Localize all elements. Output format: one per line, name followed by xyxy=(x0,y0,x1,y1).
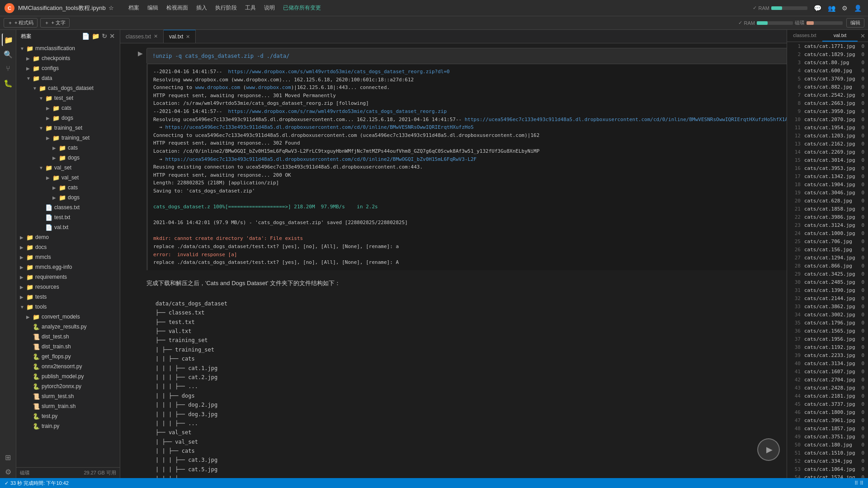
expand-arrow: ▶ xyxy=(46,106,52,111)
sidebar-item-mmcls[interactable]: ▶ 📁 mmcls xyxy=(16,252,120,262)
url-link-7[interactable]: https://ucea5496ec7c133e493c911d48a5.dl.… xyxy=(165,156,477,162)
tab-classes-txt[interactable]: classes.txt ✕ xyxy=(120,30,164,43)
menu-edit[interactable]: 编辑 xyxy=(144,2,162,14)
sidebar-item-val-inner[interactable]: ▶ 📁 val_set xyxy=(16,173,120,183)
collapse-icon[interactable]: ✕ xyxy=(109,33,115,40)
sidebar-item-val-cats[interactable]: ▶ 📁 cats xyxy=(16,183,120,192)
sidebar-item-training_set[interactable]: ▼ 📁 training_set xyxy=(16,123,120,133)
tab-classes-right[interactable]: classes.txt xyxy=(787,30,822,42)
menu-file[interactable]: 档案 xyxy=(125,2,143,14)
url-link-6[interactable]: https://ucea5496ec7c133e493c911d48a5.dl.… xyxy=(165,124,474,130)
menu-tools[interactable]: 工具 xyxy=(241,2,259,14)
sidebar-item-pytorch2onnx[interactable]: ▶ 🐍 pytorch2onnx.py xyxy=(16,381,120,391)
sidebar-item-tests[interactable]: ▶ 📁 tests xyxy=(16,292,120,302)
sidebar-item-tools[interactable]: ▼ 📁 tools xyxy=(16,302,120,312)
url-link-4[interactable]: https://www.dropbox.com/s/raw/wml49vrtdo… xyxy=(228,108,447,114)
sidebar-item-val-dogs[interactable]: ▶ 📁 dogs xyxy=(16,192,120,202)
sidebar-item-slurm_train[interactable]: ▶ 📜 slurm_train.sh xyxy=(16,401,120,411)
sidebar-item-get_flops[interactable]: ▶ 🐍 get_flops.py xyxy=(16,352,120,361)
tab-close-classes[interactable]: ✕ xyxy=(154,33,158,39)
url-link-5[interactable]: https://ucea5496ec7c133e493c911d48a5.dl.… xyxy=(465,117,787,122)
add-text-button[interactable]: ＋ + 文字 xyxy=(40,18,69,28)
sidebar-item-convert_models[interactable]: ▶ 📁 convert_models xyxy=(16,312,120,322)
run-button[interactable]: ▶ xyxy=(138,50,143,57)
activity-files[interactable]: 📁 xyxy=(2,33,14,46)
tree-line: ├── val_set xyxy=(156,428,787,437)
sidebar-item-data[interactable]: ▼ 📁 data xyxy=(16,73,120,83)
sidebar-item-demo[interactable]: ▶ 📁 demo xyxy=(16,232,120,242)
add-code-button[interactable]: ＋ + 程式码 xyxy=(4,18,38,28)
sidebar-item-requirements[interactable]: ▶ 📁 requirements xyxy=(16,272,120,282)
sidebar-item-train-py[interactable]: ▶ 🐍 train.py xyxy=(16,421,120,431)
sidebar-item-val_set[interactable]: ▼ 📁 val_set xyxy=(16,163,120,173)
sidebar-item-slurm_test[interactable]: ▶ 📜 slurm_test.sh xyxy=(16,391,120,401)
sidebar-item-mmclassification[interactable]: ▼ 📁 mmclassification xyxy=(16,43,120,53)
check-icon: ✓ xyxy=(5,480,9,486)
sidebar-header: 档案 📄 📁 ↻ ✕ xyxy=(16,30,120,42)
sidebar-item-train-cats[interactable]: ▶ 📁 cats xyxy=(16,143,120,153)
star-icon[interactable]: ☆ xyxy=(108,5,114,11)
close-right-panel[interactable]: ✕ xyxy=(858,31,868,41)
line-number: 37 xyxy=(791,336,801,342)
line-number: 35 xyxy=(791,320,801,326)
folder-label: mmcls xyxy=(35,254,51,260)
sidebar-item-dist_test[interactable]: ▶ 📜 dist_test.sh xyxy=(16,332,120,342)
activity-search[interactable]: 🔍 xyxy=(2,48,14,61)
folder-icon: 📁 xyxy=(33,75,40,82)
menu-runtime[interactable]: 执行阶段 xyxy=(212,2,241,14)
share-icon[interactable]: 👥 xyxy=(826,4,837,13)
menu-insert[interactable]: 插入 xyxy=(193,2,211,14)
account-icon[interactable]: 👤 xyxy=(852,4,863,13)
sh-icon: 📜 xyxy=(33,393,40,400)
edit-button[interactable]: 编辑 xyxy=(846,18,864,28)
file-row: 32 cats/cat.2144.jpg 0 xyxy=(787,294,868,302)
activity-git[interactable]: ⑂ xyxy=(2,62,14,75)
menu-view[interactable]: 检视画面 xyxy=(163,2,192,14)
sidebar-item-configs[interactable]: ▶ 📁 configs xyxy=(16,63,120,73)
disk-space: 29.27 GB 可用 xyxy=(84,469,116,476)
refresh-icon[interactable]: ↻ xyxy=(102,33,108,40)
line-number: 14 xyxy=(791,149,801,155)
sidebar-item-docs[interactable]: ▶ 📁 docs xyxy=(16,242,120,252)
activity-debug[interactable]: 🐛 xyxy=(2,77,14,89)
sidebar-item-test-txt[interactable]: ▶ 📄 test.txt xyxy=(16,212,120,222)
expand-arrow: ▶ xyxy=(46,116,52,121)
floating-play-button[interactable]: ▶ xyxy=(757,438,780,461)
activity-settings[interactable]: ⚙ xyxy=(2,465,14,478)
sidebar-item-publish_model[interactable]: ▶ 🐍 publish_model.py xyxy=(16,371,120,381)
file-label: publish_model.py xyxy=(42,373,84,380)
sidebar-item-val-txt[interactable]: ▶ 📄 val.txt xyxy=(16,222,120,232)
url-link-1[interactable]: https://www.dropbox.com/s/wml49vrtdo53mi… xyxy=(228,69,450,75)
output-line-blank xyxy=(153,195,787,203)
description-section: 完成下载和解压之后，'Cats and Dogs Dataset' 文件夹下的文… xyxy=(129,274,787,293)
sidebar-item-checkpoints[interactable]: ▶ 📁 checkpoints xyxy=(16,53,120,63)
file-row: 41 cats/cat.1607.jpg 0 xyxy=(787,367,868,375)
activity-extensions[interactable]: ⊞ xyxy=(2,451,14,464)
sidebar-item-test-cats[interactable]: ▶ 📁 cats xyxy=(16,103,120,113)
sidebar-item-cats_dogs_dataset[interactable]: ▼ 📁 cats_dogs_dataset xyxy=(16,83,120,93)
sidebar-item-test_set[interactable]: ▼ 📁 test_set xyxy=(16,93,120,103)
sidebar-item-resources[interactable]: ▶ 📁 resources xyxy=(16,282,120,292)
new-file-icon[interactable]: 📄 xyxy=(82,33,90,40)
notebook-area[interactable]: ▶ !unzip -q cats_dogs_dataset.zip -d ./d… xyxy=(120,43,787,478)
url-link-2[interactable]: www.dropbox.com xyxy=(195,84,240,90)
tab-val-right[interactable]: val.txt xyxy=(822,30,858,42)
sidebar-item-training-inner[interactable]: ▶ 📁 training_set xyxy=(16,133,120,143)
tab-close-val[interactable]: ✕ xyxy=(186,34,190,40)
menu-help[interactable]: 说明 xyxy=(260,2,278,14)
sidebar-item-classes-txt[interactable]: ▶ 📄 classes.txt xyxy=(16,202,120,212)
settings-icon[interactable]: ⚙ xyxy=(840,4,849,13)
sidebar-item-test-dogs[interactable]: ▶ 📁 dogs xyxy=(16,113,120,123)
file-name: cats/cat.1904.jpg xyxy=(804,182,858,188)
sidebar-item-mmcls-egg[interactable]: ▶ 📁 mmcls.egg-info xyxy=(16,262,120,272)
tab-val-txt[interactable]: val.txt ✕ xyxy=(164,30,196,43)
sidebar-item-onnx2tensorrt[interactable]: ▶ 🐍 onnx2tensorrt.py xyxy=(16,361,120,371)
url-link-3[interactable]: www.dropbox.com xyxy=(246,84,291,90)
label-number: 0 xyxy=(861,385,864,391)
comment-icon[interactable]: 💬 xyxy=(812,4,823,13)
sidebar-item-analyze_results[interactable]: ▶ 🐍 analyze_results.py xyxy=(16,322,120,332)
new-folder-icon[interactable]: 📁 xyxy=(92,33,100,40)
sidebar-item-dist_train[interactable]: ▶ 📜 dist_train.sh xyxy=(16,342,120,352)
sidebar-item-test-py[interactable]: ▶ 🐍 test.py xyxy=(16,411,120,421)
sidebar-item-train-dogs[interactable]: ▶ 📁 dogs xyxy=(16,153,120,163)
